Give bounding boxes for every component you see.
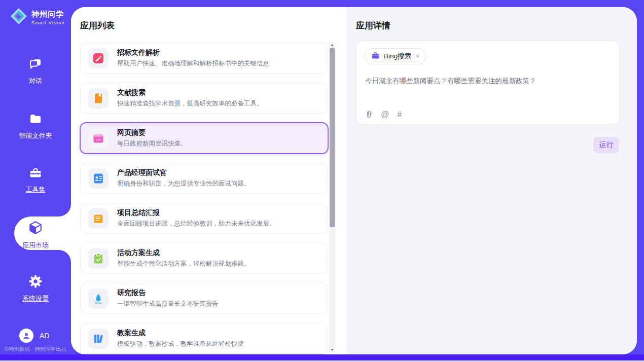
- clipboard-check-icon: [88, 248, 109, 269]
- cube-icon: [28, 220, 43, 237]
- tool-tag-bing-search[interactable]: Bing搜索 ×: [365, 48, 426, 64]
- scrollbar[interactable]: ▲ ▼: [329, 42, 335, 352]
- interview-icon: [88, 168, 109, 189]
- app-name: 项目总结汇报: [117, 208, 276, 218]
- sidebar-item-label: 工具集: [26, 185, 46, 194]
- books-icon: [88, 329, 109, 349]
- app-name: 产品经理面试官: [117, 168, 251, 177]
- tool-tag-label: Bing搜索: [384, 52, 411, 61]
- ink-pen-icon: [88, 288, 109, 309]
- briefcase-icon: [371, 51, 380, 62]
- bottom-accent-bar: [0, 354, 644, 360]
- sidebar-item-smart-folder[interactable]: 智能文件夹: [0, 113, 71, 140]
- app-name: 活动方案生成: [117, 248, 251, 258]
- app-card[interactable]: 研究报告 一键智能生成高质量长文本研究报告: [80, 283, 328, 314]
- app-title: 神州问学: [31, 10, 65, 19]
- edit-document-icon: [88, 48, 109, 68]
- main-panel: 应用列表 招标文件解析 帮助用户快速、准确地理解和解析招标书中的关键信息 文献搜…: [71, 7, 637, 354]
- app-card[interactable]: </> 网页摘要 每日政府新闻资讯快查。: [80, 123, 328, 154]
- avatar: [19, 329, 33, 343]
- hash-icon[interactable]: #: [397, 111, 402, 119]
- app-name: 研究报告: [117, 288, 219, 298]
- sidebar-item-label: 系统设置: [22, 294, 49, 303]
- app-description: 全面回顾项目进展，总结经验教训，助力未来优化发展。: [117, 220, 276, 228]
- scroll-up-icon[interactable]: ▲: [329, 42, 335, 48]
- chat-icon: [28, 57, 43, 73]
- svg-text:</>: </>: [96, 137, 101, 141]
- calendar-note-icon: [88, 208, 109, 229]
- run-button[interactable]: 运行: [593, 137, 619, 153]
- logo: 神州问学 Smart Vision: [9, 7, 65, 28]
- sidebar: 神州问学 Smart Vision 对话 智能文件夹: [0, 0, 71, 362]
- toolbox-icon: [28, 166, 43, 182]
- app-subtitle: Smart Vision: [31, 20, 65, 25]
- user-name: AD: [40, 332, 49, 340]
- app-detail-panel: 应用详情 Bing搜索 × 今日湖北有哪些新闻要点？有哪些需要关注的最新政策？: [346, 7, 637, 354]
- scrollbar-thumb[interactable]: [330, 48, 335, 227]
- user-account[interactable]: AD: [19, 329, 49, 343]
- paperclip-icon[interactable]: [365, 110, 373, 119]
- app-description: 一键智能生成高质量长文本研究报告: [117, 300, 219, 308]
- book-icon: [88, 88, 109, 108]
- app-card[interactable]: 产品经理面试官 明确身份和职责，为您提供专业性的面试问题。: [80, 163, 328, 194]
- logo-diamond-icon: [9, 7, 28, 28]
- scroll-down-icon[interactable]: ▼: [329, 347, 335, 352]
- app-description: 明确身份和职责，为您提供专业性的面试问题。: [117, 179, 251, 188]
- app-window: 神州问学 Smart Vision 对话 智能文件夹: [0, 0, 644, 362]
- app-name: 网页摘要: [117, 128, 187, 137]
- sidebar-item-app-market[interactable]: 应用市场: [0, 220, 71, 250]
- browser-code-icon: </>: [88, 128, 109, 149]
- app-card-list: 招标文件解析 帮助用户快速、准确地理解和解析招标书中的关键信息 文献搜索 快速精…: [80, 43, 328, 354]
- copyright-text: ©神州数码 · 神州问学出品: [0, 346, 71, 353]
- app-card[interactable]: 文献搜索 快速精准查找学术资源，提高研究效率的必备工具。: [80, 83, 328, 114]
- app-name: 招标文件解析: [117, 48, 269, 57]
- app-list-title: 应用列表: [80, 20, 115, 31]
- app-detail-title: 应用详情: [356, 20, 390, 31]
- person-icon: [21, 331, 31, 341]
- sidebar-item-chat[interactable]: 对话: [0, 57, 71, 86]
- composer-toolbar: @ #: [365, 110, 402, 119]
- sidebar-item-toolset[interactable]: 工具集: [0, 166, 71, 194]
- sidebar-item-settings[interactable]: 系统设置: [0, 274, 71, 303]
- query-text[interactable]: 今日湖北有哪些新闻要点？有哪些需要关注的最新政策？: [365, 77, 611, 86]
- sidebar-item-label: 智能文件夹: [19, 131, 52, 140]
- app-card[interactable]: 招标文件解析 帮助用户快速、准确地理解和解析招标书中的关键信息: [80, 43, 328, 74]
- folder-icon: [28, 113, 43, 128]
- close-icon[interactable]: ×: [415, 53, 420, 60]
- prompt-input[interactable]: Bing搜索 × 今日湖北有哪些新闻要点？有哪些需要关注的最新政策？ @ #: [356, 41, 620, 125]
- sidebar-item-label: 对话: [29, 77, 42, 86]
- at-icon[interactable]: @: [381, 111, 389, 119]
- app-description: 帮助用户快速、准确地理解和解析招标书中的关键信息: [117, 59, 269, 68]
- app-description: 模板驱动，教案秒成，教学准备从此轻松快捷: [117, 340, 244, 348]
- app-description: 智能生成个性化活动方案，轻松解决规划难题。: [117, 260, 251, 268]
- app-card[interactable]: 教案生成 模板驱动，教案秒成，教学准备从此轻松快捷: [80, 323, 328, 354]
- app-description: 每日政府新闻资讯快查。: [117, 139, 187, 148]
- app-card[interactable]: 活动方案生成 智能生成个性化活动方案，轻松解决规划难题。: [80, 243, 328, 274]
- app-name: 文献搜索: [117, 88, 263, 97]
- app-name: 教案生成: [117, 329, 244, 338]
- app-list-panel: 应用列表 招标文件解析 帮助用户快速、准确地理解和解析招标书中的关键信息 文献搜…: [71, 7, 346, 354]
- app-card[interactable]: 项目总结汇报 全面回顾项目进展，总结经验教训，助力未来优化发展。: [80, 203, 328, 234]
- gear-icon: [28, 274, 43, 291]
- app-description: 快速精准查找学术资源，提高研究效率的必备工具。: [117, 99, 263, 108]
- sidebar-item-label: 应用市场: [22, 241, 49, 250]
